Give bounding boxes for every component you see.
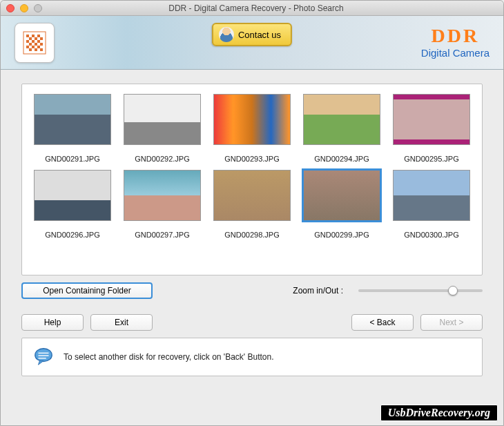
thumbnail-image[interactable] xyxy=(393,170,470,221)
header-banner: Contact us DDR Digital Camera xyxy=(1,16,503,70)
svg-rect-12 xyxy=(40,43,43,46)
contact-us-label: Contact us xyxy=(238,30,281,40)
thumbnail-image[interactable] xyxy=(303,94,380,145)
svg-rect-18 xyxy=(40,48,43,51)
svg-rect-9 xyxy=(37,40,40,43)
close-icon[interactable] xyxy=(6,4,14,12)
svg-rect-1 xyxy=(26,35,29,37)
next-button: Next > xyxy=(420,314,483,331)
svg-rect-7 xyxy=(26,40,29,43)
thumbnail-filename: GND00297.JPG xyxy=(123,231,202,239)
svg-point-19 xyxy=(35,349,52,362)
thumbnail-image[interactable] xyxy=(213,94,291,145)
thumbnail-item[interactable]: GND00292.JPG xyxy=(123,94,202,163)
zoom-slider[interactable] xyxy=(358,289,483,292)
maximize-icon xyxy=(34,4,42,12)
back-button[interactable]: < Back xyxy=(351,314,414,331)
titlebar: DDR - Digital Camera Recovery - Photo Se… xyxy=(1,1,503,16)
window-title: DDR - Digital Camera Recovery - Photo Se… xyxy=(42,3,470,13)
thumbnail-filename: GND00291.JPG xyxy=(33,155,112,163)
thumbnail-image[interactable] xyxy=(34,170,111,221)
chat-bubble-icon xyxy=(33,347,54,367)
help-button[interactable]: Help xyxy=(21,314,84,331)
zoom-slider-thumb[interactable] xyxy=(448,286,458,296)
thumbnail-image[interactable] xyxy=(213,170,291,221)
thumbnail-filename: GND00299.JPG xyxy=(302,231,381,239)
thumbnail-item[interactable]: GND00295.JPG xyxy=(392,94,471,163)
thumbnail-item[interactable]: GND00300.JPG xyxy=(392,170,471,239)
svg-rect-11 xyxy=(35,43,37,46)
minimize-icon[interactable] xyxy=(20,4,28,12)
thumbnail-filename: GND00292.JPG xyxy=(123,155,202,163)
exit-button[interactable]: Exit xyxy=(90,314,153,331)
thumbnails-grid: GND00291.JPGGND00292.JPGGND00293.JPGGND0… xyxy=(33,94,471,239)
thumbnail-image[interactable] xyxy=(303,170,380,221)
open-containing-folder-button[interactable]: Open Containing Folder xyxy=(21,282,153,299)
thumbnail-image[interactable] xyxy=(34,94,111,145)
controls-row: Open Containing Folder Zoom in/Out : xyxy=(21,282,483,299)
person-icon xyxy=(219,27,234,42)
thumbnail-filename: GND00295.JPG xyxy=(392,155,471,163)
thumbnail-item[interactable]: GND00297.JPG xyxy=(123,170,202,239)
thumbnail-filename: GND00300.JPG xyxy=(392,231,471,239)
svg-rect-17 xyxy=(35,48,37,51)
nav-row: Help Exit < Back Next > xyxy=(21,314,483,331)
thumbnail-image[interactable] xyxy=(124,94,201,145)
svg-rect-6 xyxy=(40,37,43,40)
svg-rect-4 xyxy=(29,37,32,40)
thumbnail-item[interactable]: GND00293.JPG xyxy=(213,94,291,163)
svg-rect-10 xyxy=(29,43,32,46)
thumbnail-filename: GND00293.JPG xyxy=(213,155,291,163)
thumbnail-item[interactable]: GND00291.JPG xyxy=(33,94,112,163)
brand-sub: Digital Camera xyxy=(421,47,490,59)
info-message: To select another disk for recovery, cli… xyxy=(64,352,274,362)
thumbnail-item[interactable]: GND00299.JPG xyxy=(302,170,381,239)
thumbnail-item[interactable]: GND00294.JPG xyxy=(302,94,381,163)
thumbnail-item[interactable]: GND00298.JPG xyxy=(213,170,291,239)
svg-rect-3 xyxy=(37,35,40,37)
window-controls xyxy=(6,4,42,12)
contact-us-button[interactable]: Contact us xyxy=(212,23,292,46)
thumbnail-image[interactable] xyxy=(124,170,201,221)
svg-rect-16 xyxy=(29,48,32,51)
zoom-label: Zoom in/Out : xyxy=(293,286,343,296)
svg-rect-14 xyxy=(32,46,35,48)
thumbnail-item[interactable]: GND00296.JPG xyxy=(33,170,112,239)
svg-rect-15 xyxy=(37,46,40,48)
grid-icon xyxy=(22,30,47,55)
watermark: UsbDriveRecovery.org xyxy=(380,405,498,421)
app-logo xyxy=(14,23,55,63)
brand-block: DDR Digital Camera xyxy=(421,26,490,59)
content-area: GND00291.JPGGND00292.JPGGND00293.JPGGND0… xyxy=(1,70,503,376)
thumbnail-image[interactable] xyxy=(393,94,470,145)
svg-rect-13 xyxy=(26,46,29,48)
thumbnail-filename: GND00294.JPG xyxy=(302,155,381,163)
brand-main: DDR xyxy=(421,26,490,46)
info-panel: To select another disk for recovery, cli… xyxy=(21,338,483,376)
svg-rect-2 xyxy=(32,35,35,37)
app-window: DDR - Digital Camera Recovery - Photo Se… xyxy=(0,0,504,426)
thumbnail-filename: GND00296.JPG xyxy=(33,231,112,239)
svg-rect-8 xyxy=(32,40,35,43)
svg-rect-5 xyxy=(35,37,37,40)
thumbnails-panel: GND00291.JPGGND00292.JPGGND00293.JPGGND0… xyxy=(21,84,483,275)
thumbnail-filename: GND00298.JPG xyxy=(213,231,291,239)
